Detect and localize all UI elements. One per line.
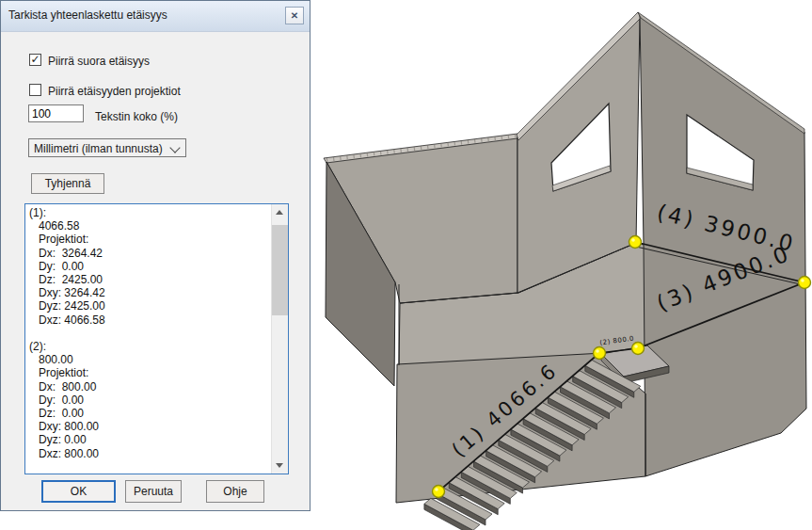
close-icon: ✕ bbox=[291, 10, 298, 21]
help-button-label: Ohje bbox=[223, 485, 247, 498]
unit-dropdown-value: Millimetri (ilman tunnusta) bbox=[34, 142, 163, 155]
scroll-down-button[interactable] bbox=[272, 458, 288, 474]
draw-projections-label: Piirrä etäisyyden projektiot bbox=[48, 85, 181, 98]
ok-button-label: OK bbox=[71, 485, 87, 498]
clear-button-label: Tyhjennä bbox=[45, 177, 91, 190]
unit-dropdown[interactable]: Millimetri (ilman tunnusta) bbox=[28, 138, 186, 157]
scroll-up-icon bbox=[276, 210, 283, 215]
results-scrollbar[interactable] bbox=[271, 204, 288, 474]
text-size-label: Tekstin koko (%) bbox=[95, 110, 178, 123]
model-viewport[interactable]: (1) 4066.6 (2) 800.0 (3) 4900.0 (4) 3900… bbox=[310, 0, 812, 530]
results-text: (1): 4066.58 Projektiot: Dx: 3264.42 Dy:… bbox=[29, 206, 269, 474]
measure-distance-dialog: Tarkista yhteenlaskettu etäisyys ✕ ✓ Pii… bbox=[0, 0, 310, 511]
help-button[interactable]: Ohje bbox=[206, 480, 264, 503]
cancel-button-label: Peruuta bbox=[134, 485, 173, 498]
cancel-button[interactable]: Peruuta bbox=[125, 480, 182, 503]
measurement-point-1[interactable] bbox=[433, 486, 445, 498]
measurement-point-3[interactable] bbox=[632, 343, 645, 355]
check-icon: ✓ bbox=[30, 53, 40, 66]
model-scene: (1) 4066.6 (2) 800.0 (3) 4900.0 (4) 3900… bbox=[310, 0, 812, 530]
measurement-point-4[interactable] bbox=[799, 277, 811, 289]
ok-button[interactable]: OK bbox=[41, 480, 116, 503]
close-button[interactable]: ✕ bbox=[285, 7, 304, 24]
measurement-point-5[interactable] bbox=[629, 236, 642, 249]
clear-button[interactable]: Tyhjennä bbox=[31, 173, 104, 194]
dialog-title: Tarkista yhteenlaskettu etäisyys bbox=[8, 8, 167, 22]
draw-projections-checkbox[interactable] bbox=[29, 84, 41, 96]
results-listbox[interactable]: (1): 4066.58 Projektiot: Dx: 3264.42 Dy:… bbox=[24, 203, 289, 474]
scrollbar-thumb[interactable] bbox=[272, 225, 288, 315]
draw-distance-label: Piirrä suora etäisyys bbox=[48, 55, 150, 68]
scroll-up-button[interactable] bbox=[272, 204, 288, 220]
screen: { "dialog": { "title": "Tarkista yhteenl… bbox=[0, 0, 812, 530]
draw-distance-checkbox[interactable]: ✓ bbox=[29, 54, 41, 66]
text-size-input[interactable] bbox=[28, 104, 84, 122]
dialog-titlebar[interactable]: Tarkista yhteenlaskettu etäisyys ✕ bbox=[1, 1, 310, 32]
scroll-down-icon bbox=[276, 463, 283, 468]
chevron-down-icon bbox=[169, 142, 180, 153]
measurement-point-2[interactable] bbox=[594, 347, 606, 360]
